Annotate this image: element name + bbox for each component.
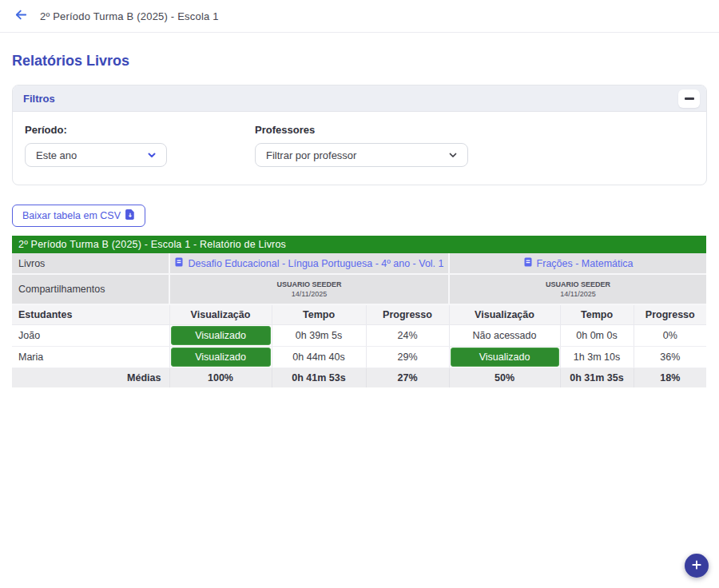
period-select[interactable]: Este ano [25,143,167,167]
student-row: Maria Visualizado 0h 44m 40s 29% Visuali… [12,346,706,368]
student-name: Maria [12,346,169,368]
progress-cell: 0% [634,324,706,346]
student-row: João Visualizado 0h 39m 5s 24% Não acess… [12,324,706,346]
main-content: Relatórios Livros Filtros Período: Este … [0,53,719,387]
time-cell: 0h 44m 40s [272,346,366,368]
share-user: USUARIO SEEDER [450,280,706,289]
avg-time: 0h 31m 35s [560,368,634,387]
table-title-row: 2º Período Turma B (2025) - Escola 1 - R… [12,236,706,253]
breadcrumb-title: 2º Período Turma B (2025) - Escola 1 [40,10,219,22]
period-field: Período: Este ano [25,124,167,167]
averages-label: Médias [12,368,169,387]
book-title: Frações - Matemática [537,258,634,269]
share-cell: USUARIO SEEDER 14/11/2025 [169,274,449,304]
share-date: 14/11/2025 [170,289,448,299]
filters-header: Filtros [13,85,706,112]
plus-icon [691,559,702,573]
view-status-cell: Visualizado [449,346,560,368]
arrow-left-icon [14,8,28,24]
professors-field: Professores Filtrar por professor [255,124,468,167]
avg-time: 0h 41m 53s [272,368,366,387]
collapse-filters-button[interactable] [678,89,700,108]
avg-progress: 27% [366,368,449,387]
filters-body: Período: Este ano Professores Filtrar po… [13,112,706,185]
book-title: Desafio Educacional - Língua Portuguesa … [188,258,443,269]
col-time: Tempo [272,304,366,324]
filters-panel: Filtros Período: Este ano Professores [12,85,707,185]
time-cell: 0h 0m 0s [560,324,634,346]
professors-select[interactable]: Filtrar por professor [255,143,468,167]
progress-cell: 36% [634,346,706,368]
avg-progress: 18% [634,368,706,387]
book-cell: Frações - Matemática [449,253,706,274]
view-status-cell: Visualizado [169,324,272,346]
period-label: Período: [25,124,167,136]
professors-label: Professores [255,124,468,136]
col-time: Tempo [560,304,634,324]
file-download-icon [125,209,135,222]
shares-row: Compartilhamentos USUARIO SEEDER 14/11/2… [12,274,706,304]
book-icon [523,257,533,269]
shares-row-label: Compartilhamentos [12,274,169,304]
averages-row: Médias 100% 0h 41m 53s 27% 50% 0h 31m 35… [12,368,706,387]
books-report-table: 2º Período Turma B (2025) - Escola 1 - R… [12,236,706,387]
table-title: 2º Período Turma B (2025) - Escola 1 - R… [12,236,706,253]
col-view: Visualização [169,304,272,324]
csv-button-label: Baixar tabela em CSV [22,210,121,221]
books-row-label: Livros [12,253,169,274]
book-link-1[interactable]: Desafio Educacional - Língua Portuguesa … [174,257,443,269]
books-row: Livros Desafio Educacional - Língua Port… [12,253,706,274]
view-status-cell: Visualizado [169,346,272,368]
filters-title: Filtros [23,93,55,105]
book-icon [174,257,184,269]
status-badge: Visualizado [451,348,559,367]
professors-select-value: Filtrar por professor [266,149,356,161]
back-button[interactable] [11,6,30,26]
download-csv-button[interactable]: Baixar tabela em CSV [12,205,145,227]
view-status-cell: Não acessado [449,324,560,346]
share-user: USUARIO SEEDER [170,280,448,289]
col-students: Estudantes [12,304,169,324]
status-badge: Visualizado [171,326,271,345]
col-view: Visualização [449,304,560,324]
status-badge: Visualizado [171,348,271,367]
share-cell: USUARIO SEEDER 14/11/2025 [449,274,706,304]
add-button[interactable] [685,554,709,578]
chevron-down-icon [147,150,157,160]
progress-cell: 24% [366,324,449,346]
column-header-row: Estudantes Visualização Tempo Progresso … [12,304,706,324]
book-cell: Desafio Educacional - Língua Portuguesa … [169,253,449,274]
avg-view: 100% [169,368,272,387]
chevron-down-icon [448,150,458,160]
book-link-2[interactable]: Frações - Matemática [523,257,634,269]
student-name: João [12,324,169,346]
col-progress: Progresso [634,304,706,324]
time-cell: 1h 3m 10s [560,346,634,368]
share-date: 14/11/2025 [450,289,706,299]
minus-icon [685,97,694,100]
avg-view: 50% [449,368,560,387]
topbar: 2º Período Turma B (2025) - Escola 1 [0,0,719,33]
progress-cell: 29% [366,346,449,368]
period-select-value: Este ano [36,149,77,161]
page-title: Relatórios Livros [12,53,707,70]
time-cell: 0h 39m 5s [272,324,366,346]
col-progress: Progresso [366,304,449,324]
